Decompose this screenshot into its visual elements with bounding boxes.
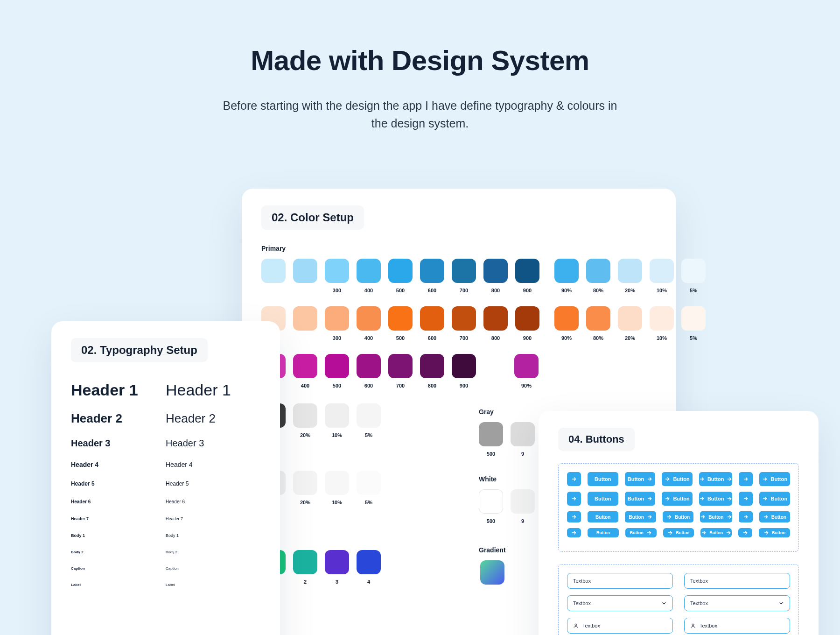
- swatch-label: 90%: [521, 383, 532, 388]
- sample-button[interactable]: Button: [588, 511, 618, 522]
- typography-row: Header 7Header 7: [71, 516, 260, 521]
- type-sample-regular: Header 6: [166, 499, 260, 504]
- swatch-label: 500: [487, 451, 495, 457]
- typography-row: Header 5Header 5: [71, 480, 260, 487]
- sample-input[interactable]: Textbox: [684, 573, 790, 589]
- arrow-right-icon: [727, 514, 732, 520]
- swatch-label: 9: [521, 518, 524, 524]
- swatch-label: 500: [333, 383, 341, 388]
- arrow-right-icon: [727, 476, 732, 482]
- type-sample-bold: Caption: [71, 566, 166, 571]
- button-label: Button: [708, 515, 723, 520]
- swatch-label: 700: [460, 335, 468, 341]
- sample-input[interactable]: Textbox: [684, 618, 790, 634]
- button-label: Button: [673, 476, 689, 482]
- arrow-right-icon: [762, 476, 768, 482]
- arrow-right-icon: [646, 530, 652, 536]
- arrow-right-icon: [571, 496, 577, 501]
- sample-button[interactable]: Button: [663, 528, 694, 537]
- sample-button[interactable]: Button: [625, 472, 656, 486]
- color-swatch: 900: [515, 259, 539, 293]
- type-sample-bold: Header 6: [71, 499, 166, 504]
- type-sample-regular: Header 1: [166, 381, 260, 399]
- color-swatch: 10%: [650, 259, 674, 293]
- icon-button[interactable]: [739, 472, 753, 486]
- icon-button[interactable]: [567, 472, 581, 486]
- swatch-label: 700: [396, 383, 405, 388]
- sample-button[interactable]: Button: [759, 528, 790, 537]
- sample-button[interactable]: Button: [588, 528, 619, 537]
- typography-row: Header 4Header 4: [71, 461, 260, 468]
- color-swatch: 500: [479, 422, 503, 457]
- icon-button[interactable]: [567, 492, 581, 506]
- color-swatch: 600: [420, 306, 444, 341]
- button-label: Button: [595, 515, 610, 520]
- swatch-label: 20%: [300, 500, 310, 505]
- arrow-right-icon: [571, 514, 577, 520]
- sample-input[interactable]: Textbox: [567, 618, 673, 634]
- icon-button[interactable]: [567, 511, 581, 522]
- sample-button[interactable]: Button: [699, 492, 732, 506]
- sample-button[interactable]: Button: [759, 511, 790, 522]
- arrow-right-icon: [762, 496, 768, 501]
- swatch-label: 500: [396, 335, 405, 341]
- icon-button[interactable]: [567, 528, 581, 537]
- color-swatch: 80%: [586, 306, 610, 341]
- arrow-right-icon: [700, 514, 706, 520]
- icon-button[interactable]: [739, 511, 753, 522]
- sample-button[interactable]: Button: [699, 472, 732, 486]
- sample-input[interactable]: Textbox: [567, 573, 673, 589]
- type-sample-bold: Header 2: [71, 411, 166, 426]
- color-swatch: 10%: [325, 471, 349, 505]
- user-icon: [690, 623, 696, 628]
- swatch-label: 3: [336, 579, 338, 585]
- icon-button[interactable]: [739, 492, 753, 506]
- sample-button[interactable]: Button: [625, 511, 656, 522]
- type-sample-regular: Body 1: [166, 533, 260, 538]
- sample-button[interactable]: Button: [700, 528, 732, 537]
- input-placeholder: Textbox: [573, 578, 591, 584]
- arrow-right-icon: [571, 476, 577, 482]
- sample-button[interactable]: Button: [588, 492, 618, 506]
- type-sample-bold: Header 7: [71, 516, 166, 521]
- button-label: Button: [595, 496, 611, 501]
- sample-button[interactable]: Button: [759, 472, 790, 486]
- sample-button[interactable]: Button: [759, 492, 790, 506]
- icon-button[interactable]: [738, 528, 752, 537]
- typography-row: Body 1Body 1: [71, 533, 260, 538]
- button-label: Button: [675, 515, 690, 520]
- sample-button[interactable]: Button: [662, 472, 693, 486]
- arrow-right-icon: [647, 496, 652, 501]
- swatch-label: 600: [428, 288, 436, 293]
- arrow-right-icon: [742, 530, 748, 536]
- type-sample-regular: Body 2: [166, 550, 260, 554]
- color-swatch: 5%: [357, 403, 381, 438]
- sample-button[interactable]: Button: [625, 528, 657, 537]
- sample-input[interactable]: Textbox: [684, 595, 790, 611]
- sample-button[interactable]: Button: [663, 511, 693, 522]
- swatch-label: 90%: [561, 288, 572, 293]
- gray-label: Gray: [479, 408, 535, 416]
- swatch-label: 300: [333, 335, 341, 341]
- chevron-down-icon: [778, 600, 784, 606]
- palette-row: 30040050060070080090090%80%20%10%5%: [261, 259, 656, 293]
- color-swatch: 400: [357, 259, 381, 293]
- sample-button[interactable]: Button: [588, 472, 618, 486]
- sample-button[interactable]: Button: [700, 511, 732, 522]
- sample-button[interactable]: Button: [625, 492, 656, 506]
- chevron-down-icon: [661, 600, 667, 606]
- color-swatch: 80%: [586, 259, 610, 293]
- button-label: Button: [771, 515, 786, 520]
- input-placeholder: Textbox: [582, 623, 600, 628]
- color-swatch: 600: [357, 354, 381, 388]
- input-placeholder: Textbox: [700, 623, 717, 628]
- swatch-label: 10%: [332, 432, 342, 438]
- arrow-right-icon: [666, 514, 672, 520]
- arrow-right-icon: [571, 530, 577, 536]
- type-sample-regular: Header 4: [166, 461, 260, 468]
- button-label: Button: [596, 530, 610, 535]
- button-label: Button: [629, 515, 644, 520]
- color-swatch: 90%: [554, 259, 579, 293]
- sample-input[interactable]: Textbox: [567, 595, 673, 611]
- sample-button[interactable]: Button: [662, 492, 693, 506]
